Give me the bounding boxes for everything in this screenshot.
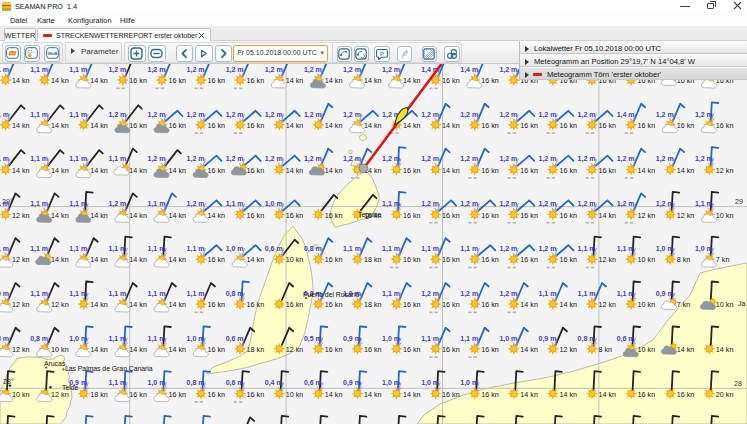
svg-text:1,2 m: 1,2 m <box>538 111 556 119</box>
svg-text:7 kn: 7 kn <box>677 300 691 309</box>
svg-text:16 kn: 16 kn <box>168 76 186 85</box>
svg-text:1,1 m: 1,1 m <box>460 335 478 343</box>
svg-text:1,2 m: 1,2 m <box>656 155 674 163</box>
svg-text:14 kn: 14 kn <box>638 166 656 175</box>
svg-text:1,2 m: 1,2 m <box>578 111 596 119</box>
svg-text:16 kn: 16 kn <box>442 345 460 354</box>
svg-text:16 kn: 16 kn <box>403 345 421 354</box>
svg-text:1,1 m: 1,1 m <box>187 245 205 253</box>
svg-text:14 kn: 14 kn <box>403 390 421 399</box>
svg-text:1,1 m: 1,1 m <box>382 200 400 208</box>
svg-text:1,2 m: 1,2 m <box>617 155 635 163</box>
svg-text:14 kn: 14 kn <box>208 211 226 220</box>
svg-text:1,1 m: 1,1 m <box>382 290 400 298</box>
svg-text:P: P <box>380 50 384 56</box>
svg-text:1,0 m: 1,0 m <box>695 245 713 253</box>
svg-text:16 kn: 16 kn <box>247 390 265 399</box>
svg-text:1,2 m: 1,2 m <box>382 155 400 163</box>
svg-text:1,2 m: 1,2 m <box>538 200 556 208</box>
svg-text:1,2 m: 1,2 m <box>147 111 165 119</box>
svg-text:1,0 m: 1,0 m <box>265 200 283 208</box>
svg-text:14 kn: 14 kn <box>90 121 108 130</box>
svg-text:1,1 m: 1,1 m <box>578 245 596 253</box>
svg-text:14 kn: 14 kn <box>168 211 186 220</box>
svg-text:1,2 m: 1,2 m <box>226 111 244 119</box>
svg-text:16 kn: 16 kn <box>208 76 226 85</box>
svg-text:0,9 m: 0,9 m <box>343 335 361 343</box>
svg-text:16 kn: 16 kn <box>247 76 265 85</box>
svg-text:1,0 m: 1,0 m <box>69 335 87 343</box>
svg-text:14 kn: 14 kn <box>168 255 186 264</box>
svg-text:28: 28 <box>734 379 742 388</box>
svg-text:12 kn: 12 kn <box>286 345 304 354</box>
svg-text:1,1 m: 1,1 m <box>147 290 165 298</box>
svg-text:1,1 m: 1,1 m <box>30 66 48 74</box>
svg-text:16 kn: 16 kn <box>559 166 577 175</box>
svg-text:1,1 m: 1,1 m <box>30 245 48 253</box>
svg-text:16 kn: 16 kn <box>481 390 499 399</box>
svg-text:12 kn: 12 kn <box>677 211 695 220</box>
svg-text:0,6 m: 0,6 m <box>226 335 244 343</box>
svg-text:1,2 m: 1,2 m <box>538 245 556 253</box>
svg-text:14 kn: 14 kn <box>129 211 147 220</box>
svg-text:1,2 m: 1,2 m <box>421 200 439 208</box>
svg-text:1,1 m: 1,1 m <box>695 200 713 208</box>
svg-text:1,1 m: 1,1 m <box>108 245 126 253</box>
svg-text:1,0 m: 1,0 m <box>226 245 244 253</box>
svg-text:1,2 m: 1,2 m <box>343 155 361 163</box>
svg-text:1,2 m: 1,2 m <box>304 155 322 163</box>
svg-text:16 kn: 16 kn <box>481 255 499 264</box>
svg-text:1,2 m: 1,2 m <box>460 111 478 119</box>
svg-text:1,1 m: 1,1 m <box>617 290 635 298</box>
svg-text:14 kn: 14 kn <box>51 76 69 85</box>
svg-text:1,2 m: 1,2 m <box>460 200 478 208</box>
svg-text:14 kn: 14 kn <box>12 121 30 130</box>
svg-text:16 kn: 16 kn <box>599 121 617 130</box>
svg-text:1,1 m: 1,1 m <box>30 155 48 163</box>
svg-text:1,1 m: 1,1 m <box>578 290 596 298</box>
svg-text:12 kn: 12 kn <box>559 345 577 354</box>
svg-text:1,2 m: 1,2 m <box>499 200 517 208</box>
svg-text:12 kn: 12 kn <box>638 211 656 220</box>
svg-text:14 kn: 14 kn <box>599 390 617 399</box>
svg-text:1,2 m: 1,2 m <box>265 111 283 119</box>
svg-text:14 kn: 14 kn <box>442 121 460 130</box>
svg-text:14 kn: 14 kn <box>364 121 382 130</box>
svg-text:18 kn: 18 kn <box>364 255 382 264</box>
svg-text:1,2 m: 1,2 m <box>499 66 517 74</box>
svg-text:14 kn: 14 kn <box>403 76 421 85</box>
svg-text:14 kn: 14 kn <box>559 300 577 309</box>
svg-text:1,2 m: 1,2 m <box>147 155 165 163</box>
svg-text:1,2 m: 1,2 m <box>265 66 283 74</box>
svg-text:14 kn: 14 kn <box>325 166 343 175</box>
svg-text:14 kn: 14 kn <box>168 166 186 175</box>
svg-text:1,0 m: 1,0 m <box>382 379 400 387</box>
svg-text:1,4 m: 1,4 m <box>617 111 635 119</box>
svg-text:16 kn: 16 kn <box>716 121 734 130</box>
svg-text:14 kn: 14 kn <box>403 121 421 130</box>
svg-text:1,2 m: 1,2 m <box>421 111 439 119</box>
svg-text:Arucas: Arucas <box>44 360 66 367</box>
svg-text:0,9 m: 0,9 m <box>343 379 361 387</box>
svg-text:Las Palmas de Gran Canaria: Las Palmas de Gran Canaria <box>65 365 153 372</box>
svg-text:1,1 m: 1,1 m <box>421 335 439 343</box>
svg-text:14 kn: 14 kn <box>51 211 69 220</box>
svg-text:16 kn: 16 kn <box>559 211 577 220</box>
svg-text:1,2 m: 1,2 m <box>656 111 674 119</box>
svg-text:1,1 m: 1,1 m <box>0 200 9 208</box>
svg-text:10 kn: 10 kn <box>638 345 656 354</box>
svg-text:16 kn: 16 kn <box>677 121 695 130</box>
svg-text:12 kn: 12 kn <box>51 390 69 399</box>
svg-text:16 kn: 16 kn <box>129 76 147 85</box>
svg-text:14 kn: 14 kn <box>520 345 538 354</box>
svg-text:1,1 m: 1,1 m <box>69 155 87 163</box>
svg-text:16 kn: 16 kn <box>168 390 186 399</box>
svg-text:16 kn: 16 kn <box>286 211 304 220</box>
svg-text:1,1 m: 1,1 m <box>108 155 126 163</box>
svg-text:1,1 m: 1,1 m <box>108 379 126 387</box>
svg-text:14 kn: 14 kn <box>129 166 147 175</box>
svg-text:10 kn: 10 kn <box>716 300 734 309</box>
svg-text:1,2 m: 1,2 m <box>499 290 517 298</box>
svg-text:10 kn: 10 kn <box>12 390 30 399</box>
svg-text:16 kn: 16 kn <box>481 121 499 130</box>
